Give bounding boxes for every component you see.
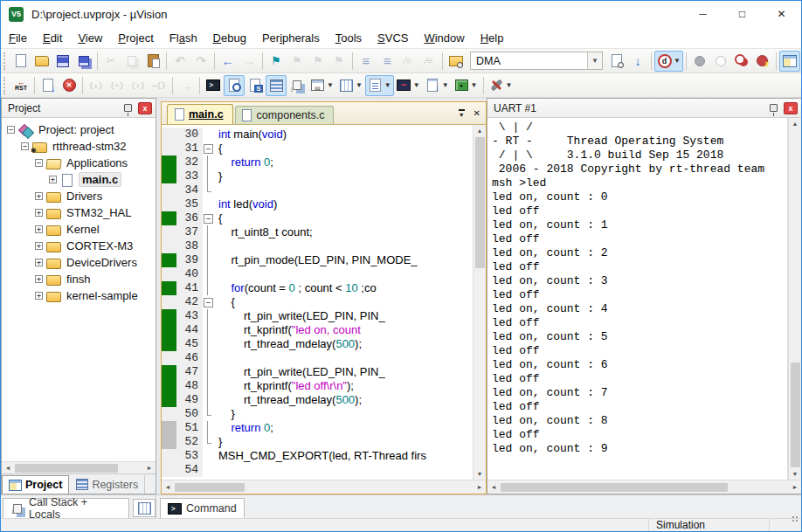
tree-item-main-c[interactable]: +main.c (2, 171, 156, 188)
expand-icon[interactable]: + (35, 292, 43, 300)
collapse-icon[interactable]: − (7, 126, 15, 134)
code-line-41[interactable]: 41 for(count = 0 ; count < 10 ;co (162, 281, 473, 295)
code-line-42[interactable]: 42 { (162, 295, 473, 309)
tree-item-cortex-m3[interactable]: +CORTEX-M3 (2, 238, 156, 254)
expand-icon[interactable]: + (35, 225, 43, 233)
indent-button[interactable] (356, 51, 377, 72)
save-button[interactable] (52, 51, 73, 72)
paste-button[interactable] (142, 51, 163, 72)
code-line-46[interactable]: 46 (162, 351, 473, 365)
toolbox-button[interactable]: ▼ (452, 75, 481, 96)
scroll-left-icon[interactable]: ◄ (162, 481, 174, 493)
tree-item-stm32-hal[interactable]: +STM32_HAL (2, 204, 156, 221)
scroll-up-icon[interactable]: ▲ (789, 118, 801, 129)
code-line-43[interactable]: 43 rt_pin_write(LED_PIN, PIN_ (162, 309, 473, 323)
menu-peripherals[interactable]: Peripherals (254, 29, 328, 47)
find-in-files-folder-button[interactable] (446, 51, 467, 72)
tree-item-kernel[interactable]: +Kernel (2, 221, 156, 238)
menu-project[interactable]: Project (110, 29, 161, 47)
project-horizontal-scrollbar[interactable]: ◄ ► (2, 461, 156, 473)
menu-flash[interactable]: Flash (162, 29, 205, 47)
code-line-45[interactable]: 45 rt_thread_mdelay(500); (162, 337, 473, 351)
tree-item-drivers[interactable]: +Drivers (2, 188, 156, 204)
code-line-36[interactable]: 36{ (162, 211, 473, 225)
open-folder-button[interactable] (31, 51, 52, 72)
scroll-down-icon[interactable]: ▼ (789, 468, 801, 480)
analysis-window-button[interactable]: ▼ (394, 75, 423, 96)
window-list-icon[interactable]: ▼ (459, 109, 465, 118)
bookmark-next-button[interactable] (308, 51, 328, 72)
code-line-40[interactable]: 40 (162, 267, 473, 281)
combobox-dropdown-icon[interactable]: ▼ (587, 52, 602, 69)
fold-collapse-icon[interactable] (203, 142, 214, 155)
bookmark-clear-button[interactable] (328, 51, 349, 72)
expand-icon[interactable]: + (35, 192, 43, 200)
copy-button[interactable] (121, 51, 142, 72)
scroll-left-icon[interactable]: ◄ (2, 462, 14, 473)
bp-disable-all-button[interactable] (731, 51, 752, 72)
bp-kill-all-button[interactable] (752, 51, 773, 72)
code-line-33[interactable]: 33} (162, 169, 473, 183)
tools-menu-button[interactable]: ▼ (487, 75, 515, 96)
code-line-47[interactable]: 47 rt_pin_write(LED_PIN, PIN_ (162, 365, 473, 379)
step-out-button[interactable] (128, 75, 149, 96)
nav-back-button[interactable] (218, 51, 239, 72)
editor-tab-main-c[interactable]: main.c (167, 104, 233, 124)
menu-window[interactable]: Window (416, 29, 472, 47)
dropdown-arrow-icon[interactable]: ▼ (356, 81, 363, 89)
toolbar-grip[interactable] (3, 52, 8, 70)
command-window-button[interactable] (203, 75, 224, 96)
scroll-right-icon[interactable]: ► (789, 481, 801, 493)
expand-icon[interactable]: + (35, 209, 43, 217)
find-incremental-button[interactable] (627, 51, 648, 72)
uart-output[interactable]: \ | /- RT - Thread Operating System / | … (488, 118, 788, 480)
tree-item-project-project[interactable]: −Project: project (2, 121, 156, 138)
disassembly-window-button[interactable] (224, 75, 245, 96)
menu-tools[interactable]: Tools (328, 29, 370, 47)
step-into-button[interactable] (86, 75, 107, 96)
tree-item-devicedrivers[interactable]: +DeviceDrivers (2, 254, 156, 271)
tree-item-kernel-sample[interactable]: +kernel-sample (2, 287, 156, 304)
stop-button[interactable] (59, 75, 80, 96)
code-line-34[interactable]: 34 (162, 183, 473, 197)
editor-horizontal-scrollbar[interactable]: ◄ ► (162, 480, 486, 494)
run-to-cursor-button[interactable] (149, 75, 169, 96)
tree-item-finsh[interactable]: +finsh (2, 271, 156, 287)
find-in-files-doc-button[interactable] (606, 51, 627, 72)
maximize-button[interactable]: □ (722, 1, 762, 27)
callstack-window-button[interactable] (287, 75, 308, 96)
bookmark-prev-button[interactable] (287, 51, 308, 72)
expand-icon[interactable]: + (35, 242, 43, 250)
scroll-right-icon[interactable]: ► (474, 481, 486, 493)
tree-item-applications[interactable]: −Applications (2, 155, 156, 171)
menu-file[interactable]: File (1, 29, 35, 47)
scroll-thumb[interactable] (501, 483, 728, 492)
pin-icon[interactable] (770, 104, 778, 112)
system-viewer-button[interactable]: ▼ (423, 75, 452, 96)
code-line-37[interactable]: 37 rt_uint8_t count; (162, 225, 473, 239)
manage-layout-button[interactable] (779, 51, 800, 72)
menu-view[interactable]: View (70, 29, 110, 47)
dropdown-arrow-icon[interactable]: ▼ (384, 81, 391, 89)
code-line-53[interactable]: 53MSH_CMD_EXPORT(led, RT-Thread firs (162, 449, 473, 463)
close-icon[interactable]: x (784, 102, 798, 114)
menu-edit[interactable]: Edit (35, 29, 70, 47)
uart-horizontal-scrollbar[interactable]: ◄ ► (487, 480, 801, 494)
tab-command[interactable]: Command (160, 498, 245, 518)
editor-tab-components-c[interactable]: components.c (235, 106, 335, 124)
fold-collapse-icon[interactable] (203, 295, 214, 309)
code-line-32[interactable]: 32 return 0; (162, 155, 473, 169)
dropdown-arrow-icon[interactable]: ▼ (471, 81, 478, 89)
code-line-54[interactable]: 54 (162, 463, 473, 477)
step-over-button[interactable] (107, 75, 128, 96)
search-lookup-button[interactable]: ▼ (654, 51, 683, 72)
editor-close-icon[interactable]: ✕ (474, 108, 481, 118)
run-button[interactable] (38, 75, 59, 96)
symbol-window-button[interactable] (245, 75, 266, 96)
code-line-39[interactable]: 39 rt_pin_mode(LED_PIN, PIN_MODE_ (162, 253, 473, 267)
fold-collapse-icon[interactable] (203, 211, 214, 225)
pin-icon[interactable] (124, 104, 132, 112)
serial-window-button[interactable]: ▼ (365, 75, 394, 96)
menu-help[interactable]: Help (473, 29, 512, 47)
save-all-button[interactable] (73, 51, 94, 72)
